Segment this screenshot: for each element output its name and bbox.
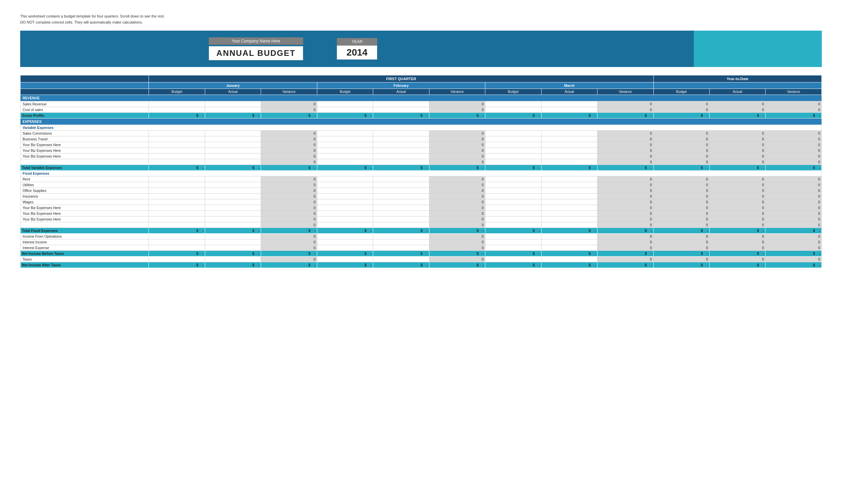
jan-budget-be2[interactable] (149, 148, 205, 154)
mar-actual-rent[interactable] (541, 176, 597, 182)
month-jan: January (149, 83, 317, 89)
mar-budget-wg[interactable] (485, 199, 541, 205)
sales-commisions-label: Sales Commisions (20, 131, 149, 136)
biz-exp-2-row: Your Biz Expenses Here 0 0 0 0 0 0 (20, 148, 822, 154)
jan-budget-be3[interactable] (149, 154, 205, 159)
feb-actual-cos[interactable] (373, 107, 429, 113)
jan-budget-ins[interactable] (149, 194, 205, 199)
feb-budget-util[interactable] (317, 182, 373, 188)
ytd-variance-util: 0 (766, 182, 822, 188)
feb-budget-os[interactable] (317, 188, 373, 194)
jan-actual-ins[interactable] (205, 194, 261, 199)
mar-budget-sales[interactable] (485, 101, 541, 107)
mar-actual-os[interactable] (541, 188, 597, 194)
jan-actual-tve: $ - (205, 165, 261, 171)
feb-budget-ins[interactable] (317, 194, 373, 199)
feb-variance-os: 0 (429, 188, 485, 194)
mar-budget-cos[interactable] (485, 107, 541, 113)
mar-budget-sc[interactable] (485, 131, 541, 136)
jan-budget-bt[interactable] (149, 136, 205, 142)
empty-col-corner (20, 89, 149, 95)
ytd-variance-be3: 0 (766, 154, 822, 159)
mar-actual-be2[interactable] (541, 148, 597, 154)
ytd-actual-ins: 0 (710, 194, 766, 199)
total-variable-row: Total Variable Expenses $ - $ - $ - $ - … (20, 165, 822, 171)
mar-budget-os[interactable] (485, 188, 541, 194)
mar-budget-be2[interactable] (485, 148, 541, 154)
jan-actual-be3[interactable] (205, 154, 261, 159)
feb-budget-wg[interactable] (317, 199, 373, 205)
mar-actual-util[interactable] (541, 182, 597, 188)
feb-variance-tve: $ - (429, 165, 485, 171)
mar-variance-header: Variance (597, 89, 653, 95)
jan-budget-rent[interactable] (149, 176, 205, 182)
mar-variance-sales: 0 (597, 101, 653, 107)
mar-budget-rent[interactable] (485, 176, 541, 182)
biz-exp-1-label: Your Biz Expenses Here (20, 142, 149, 148)
ytd-variance-ins: 0 (766, 194, 822, 199)
mar-actual-sc[interactable] (541, 131, 597, 136)
mar-budget-bt[interactable] (485, 136, 541, 142)
rent-row: Rent 0 0 0 0 0 0 (20, 176, 822, 182)
mar-actual-cos[interactable] (541, 107, 597, 113)
jan-budget-wg[interactable] (149, 199, 205, 205)
feb-actual-be3[interactable] (373, 154, 429, 159)
feb-budget-be3[interactable] (317, 154, 373, 159)
mar-budget-gp: $ - (485, 113, 541, 119)
feb-actual-rent[interactable] (373, 176, 429, 182)
jan-variance-sales: 0 (261, 101, 317, 107)
feb-actual-be2[interactable] (373, 148, 429, 154)
mar-actual-ins[interactable] (541, 194, 597, 199)
mar-budget-ins[interactable] (485, 194, 541, 199)
jan-actual-os[interactable] (205, 188, 261, 194)
mar-actual-be1[interactable] (541, 142, 597, 148)
feb-actual-ins[interactable] (373, 194, 429, 199)
jan-budget-util[interactable] (149, 182, 205, 188)
jan-actual-sales[interactable] (205, 101, 261, 107)
ytd-variance-sc: 0 (766, 131, 822, 136)
jan-variance-header: Variance (261, 89, 317, 95)
jan-actual-cos[interactable] (205, 107, 261, 113)
jan-actual-util[interactable] (205, 182, 261, 188)
mar-actual-be3[interactable] (541, 154, 597, 159)
jan-budget-cos[interactable] (149, 107, 205, 113)
feb-actual-wg[interactable] (373, 199, 429, 205)
feb-actual-os[interactable] (373, 188, 429, 194)
jan-budget-sc[interactable] (149, 131, 205, 136)
mar-actual-wg[interactable] (541, 199, 597, 205)
feb-budget-sc[interactable] (317, 131, 373, 136)
ytd-variance-header: Variance (766, 89, 822, 95)
mar-budget-be3[interactable] (485, 154, 541, 159)
feb-budget-be1[interactable] (317, 142, 373, 148)
jan-actual-sc[interactable] (205, 131, 261, 136)
ytd-actual-rent: 0 (710, 176, 766, 182)
jan-actual-wg[interactable] (205, 199, 261, 205)
jan-budget-sales[interactable] (149, 101, 205, 107)
variable-expenses-row: Variable Expenses (20, 125, 822, 131)
jan-budget-be1[interactable] (149, 142, 205, 148)
feb-budget-rent[interactable] (317, 176, 373, 182)
ytd-actual-wg: 0 (710, 199, 766, 205)
feb-budget-bt[interactable] (317, 136, 373, 142)
mar-budget-be1[interactable] (485, 142, 541, 148)
jan-actual-rent[interactable] (205, 176, 261, 182)
empty-var-row: 0 0 0 0 0 0 (20, 159, 822, 165)
jan-variance-gp: $ - (261, 113, 317, 119)
feb-actual-sc[interactable] (373, 131, 429, 136)
feb-actual-bt[interactable] (373, 136, 429, 142)
page-container: This worksheet contains a budget templat… (0, 0, 842, 282)
feb-budget-be2[interactable] (317, 148, 373, 154)
mar-budget-util[interactable] (485, 182, 541, 188)
feb-actual-sales[interactable] (373, 101, 429, 107)
feb-budget-cos[interactable] (317, 107, 373, 113)
feb-actual-be1[interactable] (373, 142, 429, 148)
mar-actual-sales[interactable] (541, 101, 597, 107)
ytd-actual-gp: $ - (710, 113, 766, 119)
feb-budget-sales[interactable] (317, 101, 373, 107)
jan-budget-os[interactable] (149, 188, 205, 194)
jan-actual-be2[interactable] (205, 148, 261, 154)
jan-actual-be1[interactable] (205, 142, 261, 148)
feb-actual-util[interactable] (373, 182, 429, 188)
jan-actual-bt[interactable] (205, 136, 261, 142)
mar-actual-bt[interactable] (541, 136, 597, 142)
